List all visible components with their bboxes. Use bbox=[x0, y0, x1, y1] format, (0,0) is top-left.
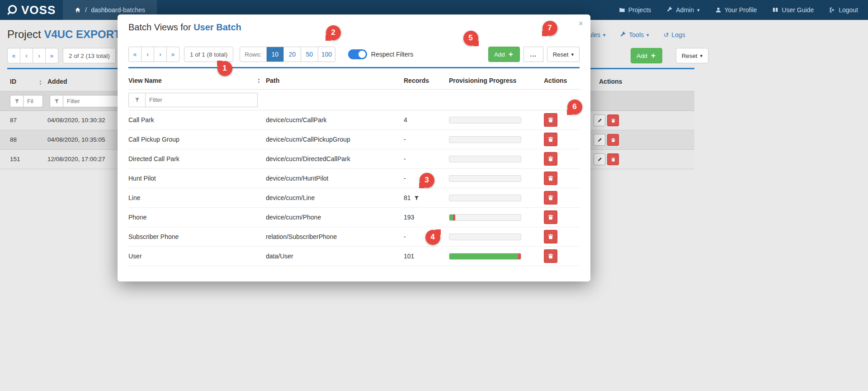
funnel-icon bbox=[414, 196, 419, 200]
view-name: Subscriber Phone bbox=[128, 233, 266, 240]
folder-icon bbox=[619, 7, 625, 13]
prev-page-button[interactable]: ‹ bbox=[141, 47, 154, 62]
add-batch-button[interactable]: Add bbox=[631, 48, 662, 63]
close-icon[interactable]: × bbox=[578, 19, 583, 29]
column-header-path[interactable]: Path bbox=[266, 77, 404, 84]
column-header-records: Records bbox=[404, 77, 449, 84]
edit-batch-button[interactable] bbox=[594, 114, 605, 126]
chevron-down-icon: ▾ bbox=[571, 52, 574, 57]
modal-page-count-status: 1 of 1 (8 total) bbox=[184, 47, 233, 62]
nav-item-user-guide[interactable]: User Guide bbox=[772, 6, 814, 14]
delete-batch-button[interactable] bbox=[607, 153, 619, 165]
view-name-filter-input[interactable] bbox=[146, 93, 258, 107]
delete-view-button[interactable] bbox=[544, 249, 557, 263]
nav-label: Admin bbox=[676, 6, 694, 14]
logs-link[interactable]: ↺ Logs bbox=[664, 31, 685, 38]
edit-batch-button[interactable] bbox=[594, 153, 605, 165]
delete-view-button[interactable] bbox=[544, 113, 557, 127]
pencil-icon bbox=[597, 138, 602, 143]
chevron-down-icon: ▾ bbox=[700, 53, 703, 59]
more-options-button[interactable]: ... bbox=[524, 47, 543, 62]
last-page-button[interactable]: » bbox=[166, 47, 179, 62]
modal-reset-button[interactable]: Reset ▾ bbox=[547, 47, 580, 62]
provisioning-progress-cell bbox=[449, 253, 544, 260]
batch-id: 87 bbox=[10, 117, 17, 124]
filter-icon-button[interactable] bbox=[10, 95, 24, 107]
trash-icon bbox=[547, 117, 554, 123]
view-records: 101 bbox=[404, 253, 449, 260]
progress-bar bbox=[449, 136, 521, 143]
reset-button[interactable]: Reset ▾ bbox=[676, 48, 708, 63]
brand-label: VOSS bbox=[21, 3, 56, 17]
toggle-knob bbox=[359, 51, 366, 58]
history-icon: ↺ bbox=[664, 31, 669, 38]
wrench-icon bbox=[620, 32, 626, 38]
edit-batch-button[interactable] bbox=[594, 134, 605, 146]
trash-icon bbox=[547, 156, 554, 162]
view-name: Hunt Pilot bbox=[128, 175, 266, 182]
rows-option-100[interactable]: 100 bbox=[318, 47, 335, 62]
delete-batch-button[interactable] bbox=[607, 114, 619, 126]
next-page-button[interactable]: › bbox=[33, 48, 46, 63]
view-records: 81 bbox=[404, 194, 449, 201]
nav-item-your-profile[interactable]: Your Profile bbox=[715, 6, 757, 14]
nav-label: User Guide bbox=[782, 6, 814, 14]
sort-icon[interactable] bbox=[38, 78, 43, 86]
provisioning-progress-cell bbox=[449, 175, 544, 182]
sort-icon[interactable] bbox=[256, 77, 261, 84]
breadcrumb-separator: / bbox=[85, 6, 87, 14]
funnel-icon bbox=[54, 99, 59, 104]
respect-filters-control: Respect Filters bbox=[348, 49, 413, 59]
view-path: device/cucm/HuntPilot bbox=[266, 175, 404, 182]
delete-view-button[interactable] bbox=[544, 191, 557, 205]
delete-view-button[interactable] bbox=[544, 230, 557, 243]
delete-view-button[interactable] bbox=[544, 152, 557, 166]
trash-icon bbox=[547, 253, 554, 259]
delete-batch-button[interactable] bbox=[607, 134, 619, 146]
added-filter-input[interactable] bbox=[63, 95, 122, 107]
rows-option-50[interactable]: 50 bbox=[301, 47, 318, 62]
filter-icon-button[interactable] bbox=[128, 93, 146, 107]
batch-views-modal: Batch Views for User Batch × « ‹ › » 1 o… bbox=[118, 14, 590, 281]
first-page-button[interactable]: « bbox=[7, 48, 20, 63]
added-filter-group bbox=[50, 95, 122, 107]
respect-filters-toggle[interactable] bbox=[348, 49, 367, 59]
chevron-down-icon: ▾ bbox=[697, 7, 700, 13]
rows-option-10[interactable]: 10 bbox=[266, 47, 283, 62]
delete-view-button[interactable] bbox=[544, 133, 557, 146]
voss-brand[interactable]: VOSS bbox=[0, 3, 63, 17]
column-header-view-name[interactable]: View Name bbox=[128, 77, 162, 84]
nav-item-projects[interactable]: Projects bbox=[619, 6, 651, 14]
view-records: 193 bbox=[404, 214, 449, 221]
progress-bar bbox=[449, 234, 521, 240]
modal-toolbar: « ‹ › » 1 of 1 (8 total) Rows: 10 20 50 … bbox=[128, 47, 580, 62]
delete-view-button[interactable] bbox=[544, 210, 557, 224]
view-name: Phone bbox=[128, 214, 266, 221]
wrench-icon bbox=[666, 7, 673, 13]
chevron-down-icon: ▾ bbox=[646, 32, 649, 38]
id-filter-input[interactable] bbox=[24, 95, 43, 107]
filter-icon-button[interactable] bbox=[50, 95, 63, 107]
view-path: device/cucm/Phone bbox=[266, 214, 404, 221]
next-page-button[interactable]: › bbox=[154, 47, 167, 62]
rows-per-page-group: Rows: 10 20 50 100 bbox=[240, 47, 335, 62]
callout-badge-1: 1 bbox=[217, 61, 232, 76]
progress-bar bbox=[449, 156, 521, 162]
rows-option-20[interactable]: 20 bbox=[283, 47, 301, 62]
tools-dropdown[interactable]: Tools▾ bbox=[620, 31, 649, 38]
provisioning-progress-cell bbox=[449, 214, 544, 221]
last-page-button[interactable]: » bbox=[45, 48, 58, 63]
column-header-id[interactable]: ID bbox=[10, 78, 16, 85]
modal-title: Batch Views for User Batch bbox=[128, 22, 241, 33]
batch-name: User Batch bbox=[193, 22, 241, 32]
prev-page-button[interactable]: ‹ bbox=[20, 48, 33, 63]
column-header-added[interactable]: Added bbox=[47, 78, 67, 85]
nav-item-logout[interactable]: Logout bbox=[829, 6, 858, 14]
first-page-button[interactable]: « bbox=[128, 47, 142, 62]
chevron-down-icon: ▾ bbox=[603, 32, 606, 38]
progress-bar bbox=[449, 253, 521, 260]
delete-view-button[interactable] bbox=[544, 172, 557, 185]
add-view-button[interactable]: Add bbox=[488, 47, 520, 62]
progress-bar bbox=[449, 195, 521, 201]
nav-item-admin[interactable]: Admin ▾ bbox=[666, 6, 699, 14]
